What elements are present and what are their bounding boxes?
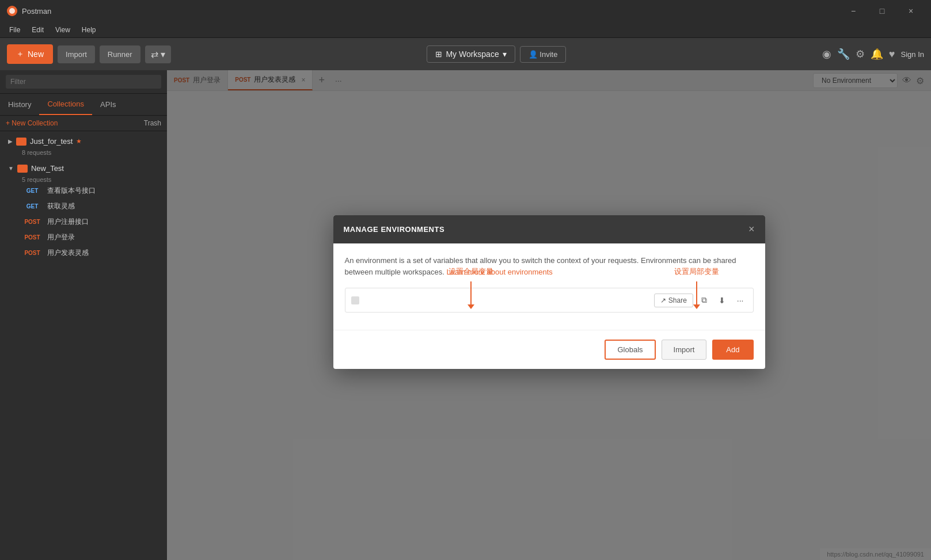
toolbar: ＋ New Import Runner ⇄ ▾ ⊞ My Workspace ▾… — [0, 38, 931, 70]
collection-header-just-for-test[interactable]: ▶ Just_for_test ★ — [6, 134, 161, 149]
annotation-add: 设置局部变量 — [674, 266, 719, 309]
window-controls: − □ × — [840, 0, 924, 22]
collection-folder-icon-2 — [17, 165, 28, 173]
sidebar-tab-history[interactable]: History — [0, 94, 39, 115]
runner-button[interactable]: Runner — [100, 45, 140, 63]
app-icon — [7, 6, 17, 16]
request-item-2[interactable]: GET 获取灵感 — [6, 199, 161, 214]
request-item-5[interactable]: POST 用户发表灵感 — [6, 245, 161, 261]
annotation-globals: 设置全局变量 — [449, 266, 493, 309]
workspace-center: ⊞ My Workspace ▾ 👤 Invite — [176, 45, 818, 63]
trash-button[interactable]: Trash — [144, 119, 161, 127]
collection-header-new-test[interactable]: ▼ New_Test — [6, 161, 161, 176]
sidebar-actions: + New Collection Trash — [0, 116, 167, 131]
method-badge-post: POST — [22, 219, 43, 225]
modal-title: MANAGE ENVIRONMENTS — [344, 225, 445, 234]
annotation-arrow-line-2 — [696, 281, 697, 304]
add-button[interactable]: Add — [712, 340, 753, 360]
maximize-button[interactable]: □ — [869, 0, 895, 22]
manage-environments-modal: MANAGE ENVIRONMENTS × An environment is … — [333, 215, 765, 369]
toolbar-right: ◉ 🔧 ⚙ 🔔 ♥ Sign In — [822, 48, 924, 60]
modal-footer: Globals Import Add — [333, 330, 765, 369]
sidebar-tabs: History Collections APIs — [0, 94, 167, 116]
menu-edit[interactable]: Edit — [27, 25, 48, 35]
signin-button[interactable]: Sign In — [901, 50, 924, 59]
filter-input[interactable] — [6, 75, 161, 89]
menu-view[interactable]: View — [51, 25, 75, 35]
method-badge-get: GET — [22, 188, 43, 194]
minimize-button[interactable]: − — [840, 0, 867, 22]
invite-icon: 👤 — [529, 50, 538, 59]
heart-icon[interactable]: ♥ — [889, 48, 895, 60]
collection-arrow-icon-2: ▼ — [8, 165, 14, 172]
content-area: POST 用户登录 POST 用户发表灵感 × + ··· No Environ… — [167, 70, 931, 560]
main-layout: History Collections APIs + New Collectio… — [0, 70, 931, 560]
svg-point-0 — [9, 8, 15, 14]
workspace-button[interactable]: ⊞ My Workspace ▾ — [427, 45, 515, 63]
sidebar-tab-collections[interactable]: Collections — [39, 94, 92, 115]
settings-icon[interactable]: ⚙ — [856, 48, 865, 60]
import-button[interactable]: Import — [58, 45, 95, 63]
star-icon[interactable]: ★ — [76, 138, 82, 145]
menu-file[interactable]: File — [5, 25, 25, 35]
collection-requests-count: 8 requests — [6, 149, 161, 156]
notification-icon[interactable]: 🔔 — [871, 48, 883, 60]
app-title: Postman — [22, 7, 835, 16]
new-icon: ＋ — [16, 49, 24, 59]
modal-close-button[interactable]: × — [748, 223, 755, 235]
modal-overlay[interactable]: MANAGE ENVIRONMENTS × An environment is … — [167, 70, 931, 560]
annotation-globals-text: 设置全局变量 — [449, 266, 493, 277]
menu-help[interactable]: Help — [77, 25, 101, 35]
share-icon: ↗ — [660, 296, 666, 304]
collection-requests-count-2: 5 requests — [6, 176, 161, 183]
proxy-button[interactable]: ⇄ ▾ — [145, 45, 171, 63]
annotation-arrow-line-1 — [470, 281, 472, 304]
sidebar: History Collections APIs + New Collectio… — [0, 70, 167, 560]
method-badge-post-3: POST — [22, 250, 43, 256]
request-name: 查看版本号接口 — [47, 186, 96, 196]
collection-folder-icon — [16, 138, 26, 146]
sidebar-search-area — [0, 70, 167, 94]
annotation-add-text: 设置局部变量 — [674, 266, 719, 277]
modal-header: MANAGE ENVIRONMENTS × — [333, 215, 765, 243]
globals-button[interactable]: Globals — [605, 340, 655, 360]
workspace-icon: ⊞ — [435, 49, 442, 59]
request-name-3: 用户注册接口 — [47, 217, 89, 227]
request-name-4: 用户登录 — [47, 233, 75, 242]
request-name-5: 用户发表灵感 — [47, 248, 89, 258]
menubar: File Edit View Help — [0, 22, 931, 38]
collection-name-2: New_Test — [31, 164, 64, 173]
invite-button[interactable]: 👤 Invite — [520, 46, 567, 63]
annotation-arrow-head-1 — [468, 304, 474, 309]
env-color-indicator — [351, 296, 359, 304]
method-badge-post-2: POST — [22, 234, 43, 241]
collection-arrow-icon: ▶ — [8, 138, 13, 144]
request-item-3[interactable]: POST 用户注册接口 — [6, 214, 161, 230]
workspace-dropdown-icon: ▾ — [503, 49, 507, 59]
more-env-button[interactable]: ··· — [734, 294, 747, 307]
request-item-4[interactable]: POST 用户登录 — [6, 230, 161, 245]
sidebar-tab-apis[interactable]: APIs — [92, 94, 124, 115]
annotation-arrow-head-2 — [693, 304, 700, 309]
new-collection-button[interactable]: + New Collection — [6, 119, 58, 127]
request-name-2: 获取灵感 — [47, 201, 75, 211]
titlebar: Postman − □ × — [0, 0, 931, 22]
collection-name: Just_for_test — [30, 137, 73, 146]
wrench-icon[interactable]: 🔧 — [837, 48, 850, 60]
request-item[interactable]: GET 查看版本号接口 — [6, 183, 161, 199]
collection-just-for-test: ▶ Just_for_test ★ 8 requests — [0, 131, 167, 158]
new-button[interactable]: ＋ New — [7, 44, 53, 64]
collection-new-test: ▼ New_Test 5 requests GET 查看版本号接口 GET 获取… — [0, 158, 167, 263]
method-badge-get-2: GET — [22, 203, 43, 209]
close-button[interactable]: × — [898, 0, 924, 22]
import-button-modal[interactable]: Import — [662, 340, 707, 360]
satellite-icon[interactable]: ◉ — [822, 48, 831, 60]
